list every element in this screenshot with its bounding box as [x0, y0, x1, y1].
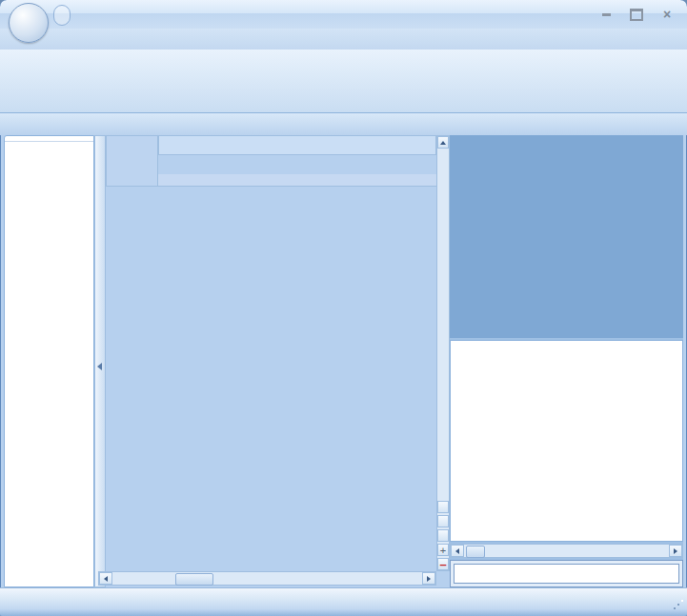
ribbon: [0, 50, 687, 113]
search-button[interactable]: [657, 566, 676, 581]
close-button[interactable]: ×: [658, 8, 676, 21]
customer-search-panel: [450, 560, 683, 587]
hscroll-thumb[interactable]: [466, 546, 485, 558]
scroll-left-button[interactable]: [99, 572, 112, 585]
table-hscrollbar[interactable]: [450, 544, 683, 558]
scroll-right-button[interactable]: [422, 572, 435, 585]
scroll-down-button[interactable]: [437, 501, 449, 513]
arrow-right-icon: [427, 576, 431, 582]
quick-access-toolbar: [53, 5, 71, 26]
reservations-table: [450, 340, 683, 542]
application-menu-button[interactable]: [9, 3, 49, 43]
arrow-right-icon: [674, 548, 677, 554]
rooms-list: [5, 142, 93, 146]
maximize-button[interactable]: [628, 8, 645, 21]
mini-calendars: [450, 135, 683, 338]
zoom-in-row-button[interactable]: +: [437, 544, 449, 556]
view-tab-bar: [0, 113, 687, 135]
arrow-left-icon: [104, 576, 108, 582]
scheduler-corner: [106, 135, 158, 187]
ribbon-tab-bar: [0, 29, 687, 50]
scheduler-month-header: [158, 135, 436, 155]
selected-day-strip: [158, 174, 436, 187]
right-panel: [450, 135, 683, 587]
status-bar: [0, 587, 687, 610]
hscroll-thumb[interactable]: [175, 573, 213, 586]
collapse-panel-icon[interactable]: [97, 363, 102, 370]
zoom-out-row-button[interactable]: –: [437, 558, 449, 570]
scroll-up-button[interactable]: [437, 136, 449, 149]
scheduler-vscrollbar[interactable]: + –: [436, 135, 450, 571]
scheduler-hscrollbar[interactable]: [98, 571, 436, 586]
scroll-to-bottom-button[interactable]: [437, 529, 449, 542]
rooms-panel-splitter[interactable]: [94, 135, 106, 587]
rooms-panel: [4, 135, 94, 587]
arrow-up-icon: [440, 141, 446, 145]
customer-search-input[interactable]: [455, 565, 658, 583]
window-bottom-edge: [0, 609, 687, 616]
minimize-button[interactable]: [597, 8, 615, 21]
arrow-left-icon: [455, 548, 459, 554]
title-bar: ×: [0, 0, 687, 29]
window-controls: ×: [597, 8, 676, 21]
daily-scheduler: + –: [106, 135, 450, 587]
app-window: × + –: [0, 0, 687, 616]
scroll-to-top-button[interactable]: [437, 515, 449, 527]
scroll-left-button[interactable]: [451, 545, 464, 557]
resize-grip[interactable]: [672, 598, 685, 611]
scroll-right-button[interactable]: [669, 545, 682, 557]
